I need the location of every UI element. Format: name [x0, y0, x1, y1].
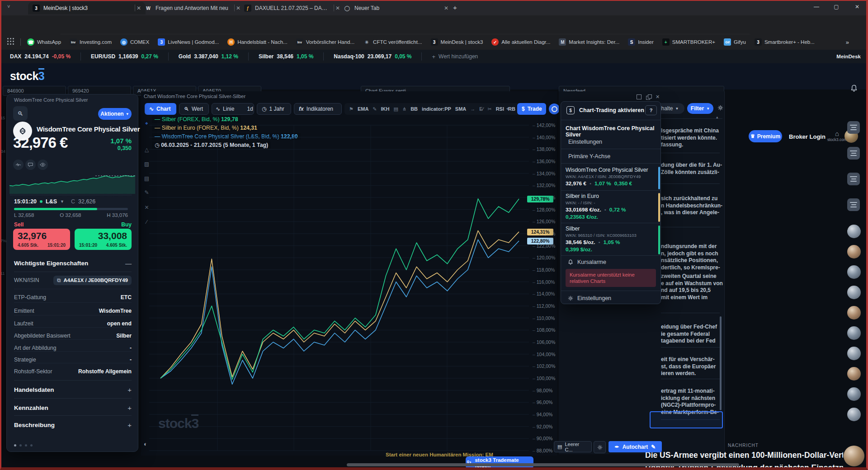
news-source-icon[interactable] [847, 173, 860, 185]
bookmark-item[interactable]: ☎WhatsApp [27, 38, 61, 46]
chip-icon[interactable]: E∕ [479, 106, 483, 112]
range-button[interactable]: ◷1 Jahr [257, 103, 291, 115]
new-tab-button[interactable]: + [453, 4, 457, 11]
fullscreen-icon[interactable] [637, 94, 642, 99]
news-line[interactable]: ertrag mit 11-monati- [661, 388, 715, 395]
news-line[interactable]: ie gesamte Federal [661, 331, 710, 338]
linie-interval-group[interactable]: ∿Linie1d [212, 103, 254, 115]
actions-button[interactable]: Aktionen▼ [98, 108, 132, 120]
news-source-icon[interactable] [847, 198, 860, 211]
ticker-item[interactable]: EUR/USD1,166390,27 % [81, 52, 169, 61]
expand-plus-icon[interactable]: + [127, 386, 132, 394]
indicator-chip[interactable]: RSI [496, 106, 504, 112]
news-line[interactable]: st, dass die Europäer [661, 363, 716, 371]
ticker-add-button[interactable]: +Wert hinzufügen [422, 52, 488, 61]
buy-quote-button[interactable]: 33,00815:01:204.605 Stk. [75, 229, 132, 250]
news-author-avatar[interactable] [847, 367, 861, 381]
breaking-headline[interactable]: Die US-Armee vergibt einen 100-Millionen… [645, 450, 843, 460]
collapse-minus-icon[interactable]: — [7, 260, 132, 267]
news-line[interactable]: nd auf 19,5 bis 20,5 [661, 287, 711, 294]
tab-search-chevron-icon[interactable]: ˅ [7, 4, 10, 9]
indicator-chip[interactable]: indicator:PP [422, 106, 451, 112]
chart-mode-button[interactable]: ∿Chart [145, 103, 176, 115]
news-author-avatar[interactable] [847, 306, 861, 320]
rail-bell-icon[interactable] [850, 84, 858, 94]
news-line[interactable]: tagabend bei der Fed [661, 338, 716, 345]
settings-instrument-card[interactable]: Silber in EuroWKN: - / ISIN: -33,01698 €… [566, 193, 656, 220]
news-author-avatar[interactable] [847, 286, 861, 299]
pointer-tool-icon[interactable]: ⌖ [143, 120, 150, 127]
trade-button[interactable]: $Trade [517, 103, 546, 115]
news-line[interactable]: e auf ein Wachstum von [661, 280, 723, 287]
stock3-logo[interactable]: stock3 [10, 70, 44, 83]
bookmark-item[interactable]: ✓Alle aktuellen Diagr... [491, 38, 550, 46]
bookmark-item[interactable]: +SMARTBROKER+ [662, 38, 715, 46]
browser-tab[interactable]: 3MeinDesk | stock3✕ [28, 2, 146, 14]
chart-plot[interactable] [149, 121, 533, 454]
news-author-avatar[interactable] [847, 347, 861, 360]
indicators-button[interactable]: fxIndikatoren [294, 103, 342, 115]
news-line[interactable]: n, jedoch gibt es noch [661, 250, 718, 258]
news-author-avatar[interactable] [847, 265, 861, 279]
help-button[interactable]: ? [645, 105, 657, 115]
tab-close-icon[interactable]: ✕ [444, 5, 448, 11]
ticker-item[interactable]: Silber38,5461,05 % [249, 52, 324, 61]
highlighted-news-box[interactable] [650, 411, 723, 428]
chip-icon[interactable]: ✎ [373, 106, 377, 112]
chip-icon[interactable]: ⚑ [349, 106, 354, 112]
news-line[interactable]: dertlich, so Kremlspre- [661, 264, 720, 272]
stock3com-home-button[interactable]: ⌂stock3.com [827, 130, 847, 142]
popout-icon[interactable] [646, 95, 651, 99]
expander-row[interactable]: Beschreibung+ [14, 418, 132, 432]
trademate-follow-button[interactable]: stock3 Trademate folgen [466, 456, 533, 469]
news-line[interactable]: mit einem Wert im [661, 294, 708, 301]
news-line[interactable]: lsgespräche mit China [661, 127, 719, 135]
panel-pagination-dots[interactable] [14, 444, 33, 446]
browser-tab[interactable]: ◯Neuer Tab✕ [339, 2, 453, 14]
expand-plus-icon[interactable]: + [127, 421, 132, 429]
pattern-tool-icon[interactable]: ▨ [143, 161, 150, 167]
chip-icon[interactable]: → [470, 106, 475, 112]
news-line[interactable]: ndlungsrunde mit der [661, 243, 717, 250]
price-alerts-row[interactable]: Kursalarme [567, 259, 606, 265]
pagination-dot[interactable] [25, 444, 27, 446]
contrast-toggle-icon[interactable]: ◐ [144, 441, 147, 447]
newsfeed-gear-icon[interactable] [717, 104, 724, 113]
apps-grid-icon[interactable] [7, 38, 14, 47]
bookmark-item[interactable]: SInsider [628, 38, 654, 46]
autochart-button[interactable]: ✒Autochart✎ [609, 441, 662, 452]
news-line[interactable]: dung über die für 1. Au- [661, 162, 722, 169]
bookmark-item[interactable]: InvVorbörslicher Hand... [296, 38, 354, 46]
newsfeed-scrollbar[interactable] [720, 316, 722, 410]
news-line[interactable]: nsätzliche Positionen, [661, 257, 718, 264]
pagination-dot[interactable] [14, 444, 16, 446]
indicator-chip[interactable]: BB [410, 106, 418, 112]
bookmark-item[interactable]: InvInvesting.com [70, 38, 112, 46]
panel-search-button[interactable]: 🔍︎ [13, 106, 28, 121]
window-close-button[interactable]: ✕ [848, 0, 866, 14]
pencil-tool-icon[interactable]: ✎ [143, 189, 150, 196]
chip-icon[interactable]: ▤ [394, 106, 398, 112]
news-line[interactable]: zweiten Quartal seine [661, 273, 717, 280]
crosshair-icon[interactable]: ⌖ [506, 105, 509, 113]
wert-button[interactable]: 🔍︎Wert [179, 103, 209, 115]
bookmark-item[interactable]: 3MeinDesk | stock3 [431, 38, 483, 46]
sell-quote-button[interactable]: 32,9764.605 Stk.15:01:20 [13, 229, 70, 250]
expand-plus-icon[interactable]: + [127, 404, 132, 412]
shapes-tool-icon[interactable]: △ [143, 146, 150, 153]
bookmark-item[interactable]: MMarket Insights: Der... [559, 38, 619, 46]
news-line[interactable]: eit für eine Verschär- [661, 356, 715, 363]
news-author-avatar[interactable] [847, 387, 861, 401]
chip-icon[interactable]: ⋔ [402, 106, 406, 112]
settings-gear-row[interactable]: Einstellungen [567, 295, 611, 301]
news-line[interactable]: fassung. [661, 141, 683, 149]
news-line[interactable]: Zölle könnten zusätzli- [661, 169, 719, 176]
browser-tab[interactable]: ƒDAXUELL 21.07.2025 – DAX *RA✕ [240, 2, 344, 14]
chart-trading-row[interactable]: $Chart-Trading aktivieren [566, 106, 644, 114]
page-hscrollbar[interactable] [347, 463, 739, 466]
expander-row[interactable]: Kennzahlen+ [14, 401, 132, 414]
settings-instrument-card[interactable]: WisdomTree Core Physical SilverWKN: A4AE… [566, 167, 656, 187]
ticker-item[interactable]: DAX24.194,74-0,05 % [0, 52, 81, 61]
window-minimize-button[interactable]: — [807, 0, 826, 14]
news-source-icon[interactable] [847, 121, 860, 134]
